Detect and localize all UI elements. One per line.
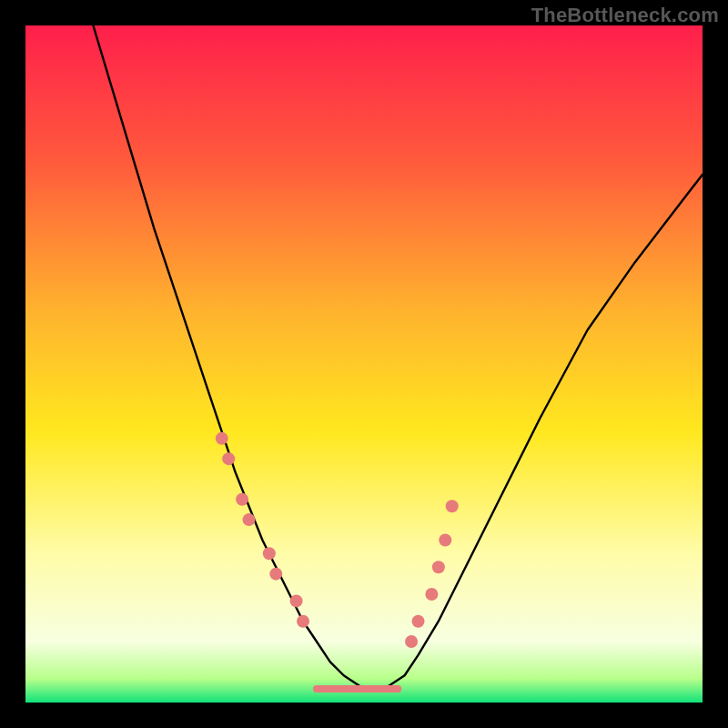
chart-plot-area [25, 25, 703, 703]
marker-markers-right [432, 561, 445, 573]
marker-markers-right [439, 533, 451, 546]
marker-markers-left [269, 568, 282, 581]
marker-markers-right [412, 615, 425, 628]
marker-markers-right [446, 500, 459, 512]
marker-markers-left [216, 432, 228, 445]
watermark-text: TheBottleneck.com [531, 4, 719, 27]
chart-frame: TheBottleneck.com [0, 0, 728, 728]
marker-markers-left [290, 594, 303, 607]
marker-markers-right [405, 635, 418, 648]
marker-markers-left [243, 513, 256, 526]
marker-markers-left [297, 615, 309, 628]
marker-markers-left [222, 452, 235, 465]
gradient-background [25, 25, 703, 703]
chart-svg [25, 25, 703, 703]
marker-markers-left [236, 493, 248, 506]
marker-markers-left [263, 547, 276, 560]
marker-markers-right [425, 588, 438, 601]
